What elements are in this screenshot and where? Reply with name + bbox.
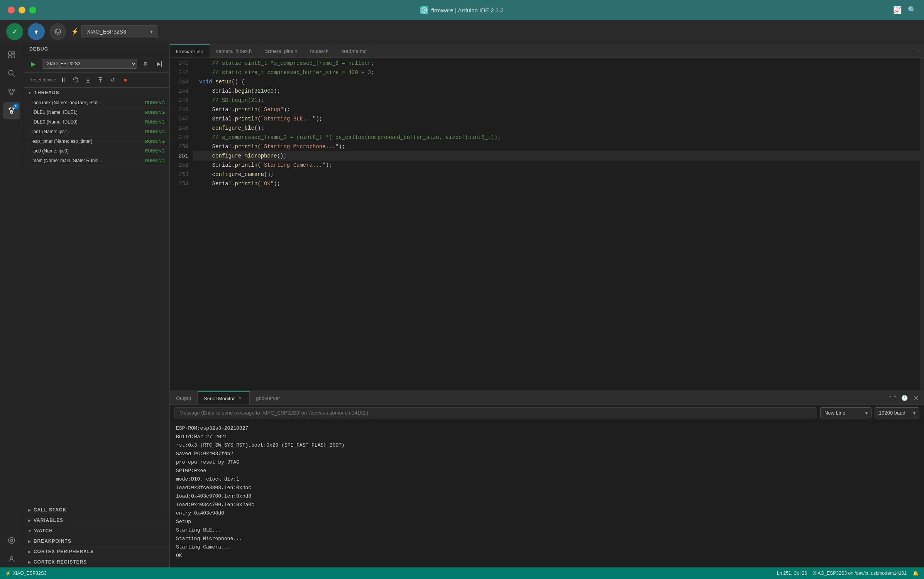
panel-clear-button[interactable] [911,393,921,403]
status-bell[interactable]: 🔔 [913,571,919,576]
activity-search[interactable] [3,65,20,82]
activity-source-control[interactable] [3,83,20,100]
activity-explorer[interactable] [3,46,20,63]
tab-label: firmware.ino [176,49,203,54]
breakpoints-section-header[interactable]: ▶ BREAKPOINTS [23,536,169,547]
upload-button[interactable] [28,23,45,40]
serial-monitor-close-icon[interactable]: × [237,395,243,401]
sidebar-header: DEBUG [23,43,169,55]
svg-point-14 [10,557,13,559]
tab-camera-index[interactable]: camera_index.h [210,44,259,58]
line-ending-selector-wrapper[interactable]: New Line No Line Ending Newline Carriage… [820,407,872,418]
serial-output: ESP-ROM:esp32s3-20210327 Build:Mar 27 20… [170,421,924,567]
call-stack-chevron-icon: ▶ [28,508,31,512]
bottom-panel: Output Serial Monitor × gdb-server ⌃⌃ 🕐 [170,390,924,567]
serial-output-line: Build:Mar 27 2021 [176,433,918,441]
thread-item[interactable]: esp_timer (Name: esp_timer) RUNNING [23,137,169,146]
pause-button[interactable]: ⏸ [58,75,68,85]
tab-serial-monitor[interactable]: Serial Monitor × [198,391,250,405]
serial-output-line: SPIWP:0xee [176,467,918,475]
cortex-peripherals-section-header[interactable]: ▶ CORTEX PERIPHERALS [23,547,169,557]
panel-collapse-button[interactable]: ⌃⌃ [888,393,898,403]
baud-rate-selector[interactable]: 19200 baud 9600 baud 115200 baud [875,407,919,418]
threads-chevron-icon: ▼ [28,91,32,95]
status-board[interactable]: ⚡ XIAO_ESP32S3 [5,571,46,576]
status-port[interactable]: XIAO_ESP32S3 on /dev/cu.usbmodem14101 [813,571,907,576]
tab-more-button[interactable]: ··· [910,44,924,58]
call-stack-section-header[interactable]: ▶ CALL STACK [23,505,169,515]
threads-label: THREADS [34,90,59,95]
tab-output[interactable]: Output [170,391,198,405]
breakpoints-chevron-icon: ▶ [28,539,31,543]
cortex-registers-section-header[interactable]: ▶ CORTEX REGISTERS [23,557,169,567]
panel-timestamp-button[interactable]: 🕐 [899,393,909,403]
debug-start-button[interactable]: ▶ [28,58,39,69]
main-layout: 1 DEBUG ▶ XIAO_ESP32S3 ⚙ ▶| [0,43,924,567]
serial-plotter-icon[interactable]: 📈 [893,6,902,14]
serial-message-input[interactable] [174,407,817,418]
step-out-button[interactable] [95,75,105,85]
board-selector-wrapper[interactable]: ⚡ XIAO_ESP32S3 [71,25,158,38]
watch-section-header[interactable]: ▼ WATCH [23,526,169,536]
debug-more-button[interactable]: ▶| [154,58,165,69]
toolbar: ✓ ⚡ XIAO_ESP32S3 [0,20,924,43]
variables-chevron-icon: ▶ [28,518,31,523]
editor-area: firmware.ino camera_index.h camera_pins.… [170,43,924,567]
bell-icon: 🔔 [913,571,919,576]
thread-item[interactable]: loopTask (Name: loopTask, Stat... RUNNIN… [23,98,169,108]
restart-button[interactable]: ↺ [108,75,118,85]
status-bar-left: ⚡ XIAO_ESP32S3 [5,571,46,576]
tab-readme[interactable]: readme.md [335,44,373,58]
step-into-button[interactable] [83,75,93,85]
baud-rate-selector-wrapper[interactable]: 19200 baud 9600 baud 115200 baud [875,407,919,418]
serial-monitor-icon[interactable]: 🔍 [908,6,916,14]
line-ending-selector[interactable]: New Line No Line Ending Newline Carriage… [820,407,872,418]
status-board-name: XIAO_ESP32S3 [13,571,46,576]
activity-extensions[interactable] [3,532,20,549]
threads-section-header[interactable]: ▼ THREADS [23,88,169,98]
step-over-button[interactable] [71,75,81,85]
variables-section-header[interactable]: ▶ VARIABLES [23,515,169,526]
tab-firmware-ino[interactable]: firmware.ino [170,44,210,58]
debug-config-select[interactable]: XIAO_ESP32S3 [42,59,137,69]
board-selector[interactable]: XIAO_ESP32S3 [81,25,158,38]
thread-item[interactable]: ipc0 (Name: ipc0) RUNNING [23,146,169,156]
tab-gdb-server[interactable]: gdb-server [250,391,286,405]
minimize-button[interactable] [19,7,25,14]
titlebar-title: firmware | Arduino IDE 2.3.2 [420,6,503,14]
editor-scrollbar[interactable] [920,58,924,390]
thread-item[interactable]: main (Name: main, State: Runni... RUNNIN… [23,156,169,166]
tab-label: mulaw.h [310,48,329,54]
code-editor[interactable]: 241 242 243 244 245 246 247 248 249 250 … [170,58,924,390]
verify-button[interactable]: ✓ [6,23,23,40]
stop-button[interactable]: ■ [120,75,130,85]
thread-item[interactable]: IDLE1 (Name: IDLE1) RUNNING [23,108,169,117]
serial-output-line: pro cpu reset by JTAG [176,458,918,467]
svg-point-12 [8,537,15,543]
variables-label: VARIABLES [34,518,63,523]
activity-bar: 1 [0,43,23,567]
activity-debug[interactable]: 1 [3,102,20,119]
debugger-button[interactable] [49,23,66,40]
debug-toolbar: Reset device ⏸ ↺ ■ [23,73,169,88]
bottom-tab-bar: Output Serial Monitor × gdb-server ⌃⌃ 🕐 [170,390,924,405]
status-board-icon: ⚡ [5,571,11,576]
code-content[interactable]: // static uint8_t *s_compressed_frame_2 … [193,58,920,390]
activity-account[interactable] [3,550,20,567]
output-tab-label: Output [176,395,191,401]
close-button[interactable] [8,7,15,14]
svg-point-7 [8,70,13,75]
titlebar: firmware | Arduino IDE 2.3.2 📈 🔍 [0,0,924,20]
tab-mulaw[interactable]: mulaw.h [304,44,335,58]
thread-item[interactable]: ipc1 (Name: ipc1) RUNNING [23,127,169,137]
svg-rect-6 [8,56,11,58]
tab-camera-pins[interactable]: camera_pins.h [258,44,304,58]
status-position[interactable]: Ln 251, Col 26 [777,571,807,576]
thread-item[interactable]: IDLE0 (Name: IDLE0) RUNNING [23,117,169,127]
sidebar: DEBUG ▶ XIAO_ESP32S3 ⚙ ▶| Reset device ⏸ [23,43,170,567]
debug-settings-button[interactable]: ⚙ [140,58,151,69]
debug-controls: ▶ XIAO_ESP32S3 ⚙ ▶| [23,55,169,73]
titlebar-right-controls: 📈 🔍 [893,6,916,14]
maximize-button[interactable] [29,7,36,14]
debug-label: Reset device [29,77,56,83]
